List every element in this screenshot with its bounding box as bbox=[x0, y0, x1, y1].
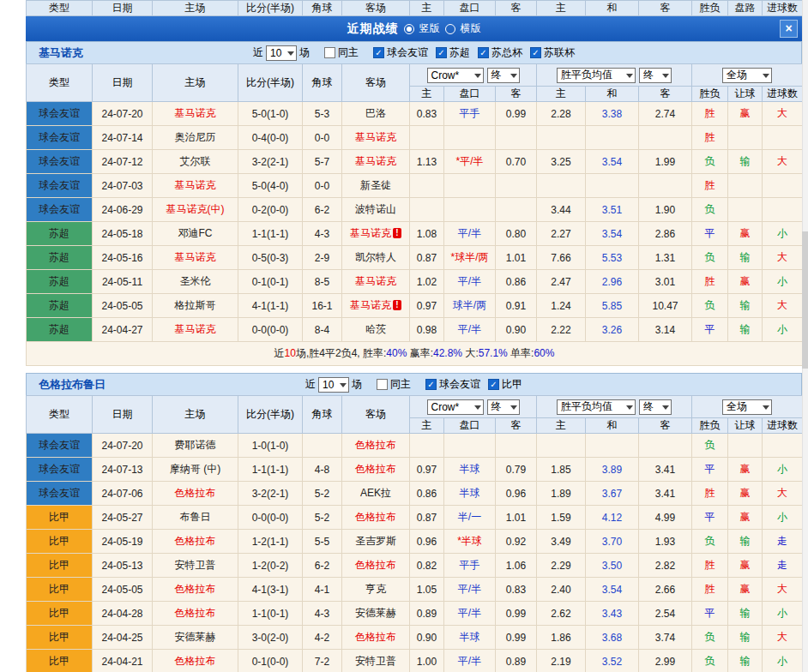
date-cell: 24-05-05 bbox=[93, 294, 153, 318]
summary-segment: 10 bbox=[285, 347, 296, 359]
dropdown-arrow-icon bbox=[340, 383, 347, 391]
company-final-select[interactable]: 终 bbox=[487, 68, 520, 83]
ah-home-odds: 0.83 bbox=[410, 102, 444, 126]
match-row: 球会友谊24-07-03基马诺克5-0(4-0)0-0新圣徒胜 bbox=[27, 174, 803, 198]
goals-cell: 大 bbox=[763, 482, 803, 506]
team-text: 基马诺克 bbox=[355, 275, 396, 287]
vertical-layout-label[interactable]: 竖版 bbox=[419, 21, 440, 36]
match-row: 球会友谊24-07-20费耶诺德1-0(1-0)色格拉布负 bbox=[27, 434, 803, 458]
league-label: 球会友谊 bbox=[439, 377, 480, 392]
goals-cell: 小 bbox=[763, 458, 803, 482]
odds-draw: 2.96 bbox=[586, 270, 639, 294]
home-team-cell: 圣米伦 bbox=[153, 270, 238, 294]
team-text: 色格拉布 bbox=[355, 463, 396, 475]
same-home-checkbox[interactable] bbox=[324, 47, 335, 58]
cover-cell: 输 bbox=[728, 294, 763, 318]
same-home-checkbox[interactable] bbox=[377, 379, 388, 390]
league-checkbox-3[interactable]: ✓ bbox=[530, 47, 541, 58]
type-cell: 球会友谊 bbox=[27, 482, 93, 506]
average-final-select[interactable]: 终 bbox=[639, 399, 672, 415]
match-count-select-value: 10 bbox=[323, 379, 334, 391]
team-text: 亨克 bbox=[365, 583, 386, 595]
scope-select[interactable]: 全场 bbox=[722, 399, 772, 415]
team-text: 色格拉布 bbox=[355, 511, 396, 523]
goals-cell: 大 bbox=[763, 246, 803, 270]
odds-home: 2.27 bbox=[537, 222, 586, 246]
type-cell: 苏超 bbox=[27, 294, 93, 318]
league-checkbox-0[interactable]: ✓ bbox=[373, 47, 384, 58]
match-row: 苏超24-04-27基马诺克0-0(0-0)8-4哈茨0.98平/半0.902.… bbox=[27, 318, 803, 342]
odds-draw: 3.67 bbox=[586, 482, 639, 506]
sub-column-header: 胜负 bbox=[692, 87, 728, 102]
away-team-cell: 安德莱赫 bbox=[342, 602, 410, 626]
date-cell: 24-06-29 bbox=[93, 198, 153, 222]
home-team-cell: 色格拉布 bbox=[153, 578, 238, 602]
odds-home: 3.25 bbox=[537, 150, 586, 174]
away-team-cell: 巴洛 bbox=[342, 102, 410, 126]
ah-home-odds: 1.13 bbox=[410, 150, 444, 174]
date-cell: 24-04-25 bbox=[93, 626, 153, 650]
away-team-cell: 基马诺克! bbox=[342, 222, 410, 246]
horizontal-layout-label[interactable]: 横版 bbox=[461, 21, 481, 36]
ah-company-group: Crow*终 bbox=[410, 396, 537, 418]
away-team-cell: 基马诺克 bbox=[342, 126, 410, 150]
score-cell: 3-0(2-0) bbox=[238, 626, 303, 650]
ah-home-odds: 1.00 bbox=[410, 650, 444, 672]
odds-draw: 3.52 bbox=[586, 650, 639, 672]
type-cell: 比甲 bbox=[27, 578, 93, 602]
type-cell: 球会友谊 bbox=[27, 434, 93, 458]
result-cell: 胜 bbox=[692, 174, 728, 198]
company-select[interactable]: Crow* bbox=[427, 399, 484, 415]
score-cell: 0-2(0-0) bbox=[238, 198, 303, 222]
close-button[interactable]: × bbox=[780, 20, 798, 38]
league-checkbox-1[interactable]: ✓ bbox=[436, 47, 447, 58]
section-header: 基马诺克近10场同主✓球会友谊✓苏超✓苏总杯✓苏联杯 bbox=[26, 41, 802, 63]
result-cell: 胜 bbox=[692, 126, 728, 150]
near-label: 近 bbox=[253, 45, 263, 60]
vertical-scrollbar[interactable] bbox=[802, 0, 808, 672]
odds-away: 2.74 bbox=[639, 102, 692, 126]
league-checkbox-1[interactable]: ✓ bbox=[488, 379, 499, 390]
match-row: 比甲24-04-25安德莱赫3-0(2-0)4-2色格拉布0.90半球0.991… bbox=[27, 626, 803, 650]
result-cell: 负 bbox=[692, 294, 728, 318]
odds-draw: 3.89 bbox=[586, 458, 639, 482]
scope-select[interactable]: 全场 bbox=[722, 68, 772, 83]
ah-home-odds: 1.08 bbox=[410, 222, 444, 246]
column-header: 角球 bbox=[303, 64, 342, 102]
alert-icon[interactable]: ! bbox=[393, 228, 401, 238]
sub-column-header: 主 bbox=[410, 87, 444, 102]
score-cell: 3-2(2-1) bbox=[238, 482, 303, 506]
league-checkbox-2[interactable]: ✓ bbox=[478, 47, 489, 58]
company-select[interactable]: Crow* bbox=[427, 68, 484, 83]
odds-home: 1.59 bbox=[537, 506, 586, 530]
average-select[interactable]: 胜平负均值 bbox=[557, 68, 636, 83]
horizontal-layout-radio[interactable] bbox=[445, 24, 455, 34]
ah-line: 平手 bbox=[444, 102, 496, 126]
ah-home-odds: 0.86 bbox=[410, 482, 444, 506]
odds-away: 2.82 bbox=[639, 554, 692, 578]
match-count-select[interactable]: 10 bbox=[318, 377, 349, 393]
odds-home: 7.66 bbox=[537, 246, 586, 270]
ah-line: 平/半 bbox=[444, 318, 496, 342]
scrollbar-thumb[interactable] bbox=[802, 231, 808, 369]
alert-icon[interactable]: ! bbox=[393, 300, 401, 310]
league-checkbox-0[interactable]: ✓ bbox=[425, 379, 437, 390]
company-final-select[interactable]: 终 bbox=[487, 399, 520, 415]
average-final-select[interactable]: 终 bbox=[639, 68, 672, 83]
match-row: 比甲24-05-13安特卫普1-2(0-2)6-2色格拉布0.82平手1.062… bbox=[27, 554, 803, 578]
home-team-cell: 艾尔联 bbox=[153, 150, 238, 174]
result-cell: 负 bbox=[692, 626, 728, 650]
vertical-layout-radio[interactable] bbox=[404, 24, 414, 34]
type-cell: 球会友谊 bbox=[27, 150, 93, 174]
goals-cell: 小 bbox=[763, 270, 803, 294]
average-select[interactable]: 胜平负均值 bbox=[557, 399, 636, 415]
match-count-select[interactable]: 10 bbox=[266, 45, 297, 61]
score-cell: 1-2(1-1) bbox=[238, 530, 303, 554]
top-header-cell: 主场 bbox=[153, 1, 238, 16]
team-text: 新圣徒 bbox=[360, 179, 391, 191]
odds-draw: 3.70 bbox=[586, 530, 639, 554]
home-team-cell: 基马诺克 bbox=[153, 318, 238, 342]
match-row: 比甲24-05-05色格拉布4-1(3-1)4-1亨克1.05平/半0.832.… bbox=[27, 578, 803, 602]
result-cell: 负 bbox=[692, 530, 728, 554]
team-text: 基马诺克 bbox=[350, 227, 391, 239]
